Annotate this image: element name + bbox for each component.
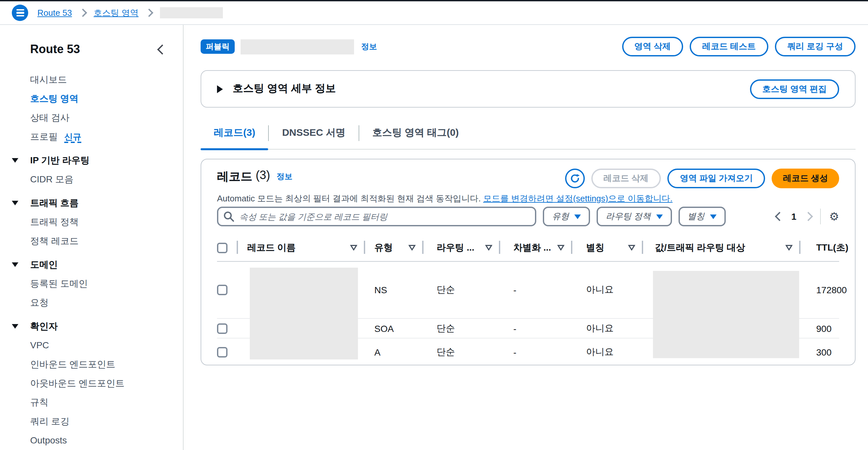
page-number[interactable]: 1 <box>791 211 797 222</box>
sidebar-item-inbound-endpoints[interactable]: 인바운드 엔드포인트 <box>30 358 183 371</box>
sort-icon[interactable] <box>485 245 492 250</box>
sidebar-collapse-icon[interactable] <box>157 44 167 55</box>
breadcrumb-chevron-icon <box>145 8 153 17</box>
sidebar-section-label: IP 기반 라우팅 <box>30 153 90 167</box>
row-checkbox[interactable] <box>217 284 227 295</box>
select-all-checkbox[interactable] <box>217 242 227 253</box>
import-zone-file-button[interactable]: 영역 파일 가져오기 <box>668 169 765 188</box>
sidebar-section-traffic-flow[interactable]: 트래픽 흐름 <box>10 196 183 209</box>
column-label: TTL(초) <box>816 242 848 253</box>
change-mode-settings-link[interactable]: 모드를 변경하려면 설정(settings)으로 이동합니다. <box>483 193 673 203</box>
cell-type: NS <box>365 284 424 295</box>
column-header-type[interactable]: 유형 <box>365 234 424 261</box>
sort-icon[interactable] <box>408 245 416 250</box>
column-header-differentiator[interactable]: 차별화 ... <box>500 234 572 261</box>
create-record-button[interactable]: 레코드 생성 <box>772 169 839 188</box>
sidebar-item-vpc[interactable]: VPC <box>30 338 183 352</box>
routing-policy-filter-dropdown[interactable]: 라우팅 정책 <box>597 207 672 226</box>
records-card: 레코드 (3) 정보 레코드 삭제 영역 파일 가져오기 레코드 생성 <box>200 159 856 365</box>
cell-differentiator: - <box>500 347 572 358</box>
sidebar-item-rules[interactable]: 규칙 <box>30 395 183 409</box>
select-all-checkbox-cell <box>217 234 238 261</box>
edit-hosted-zone-button[interactable]: 호스팅 영역 편집 <box>750 79 839 99</box>
sidebar-section-resolver[interactable]: 확인자 <box>10 320 183 333</box>
column-header-record-name[interactable]: 레코드 이름 <box>238 234 365 261</box>
column-label: 값/트래픽 라우팅 대상 <box>655 242 745 253</box>
breadcrumb-chevron-icon <box>79 8 87 17</box>
sort-icon[interactable] <box>350 245 357 250</box>
sidebar-section-label: 확인자 <box>30 320 58 333</box>
sidebar-item-policy-records[interactable]: 정책 레코드 <box>30 234 183 247</box>
breadcrumb-hosted-zones[interactable]: 호스팅 영역 <box>94 7 138 19</box>
tab-dnssec-signing[interactable]: DNSSEC 서명 <box>269 117 359 149</box>
column-label: 차별화 ... <box>513 242 551 253</box>
cell-routing: 단순 <box>424 284 500 296</box>
records-card-header: 레코드 (3) 정보 레코드 삭제 영역 파일 가져오기 레코드 생성 <box>217 169 839 188</box>
toolbar-divider <box>820 209 821 224</box>
breadcrumb: Route 53 호스팅 영역 <box>37 7 223 19</box>
cell-alias: 아니요 <box>572 347 643 358</box>
tab-hosted-zone-tags[interactable]: 호스팅 영역 태그(0) <box>359 117 472 149</box>
records-table-header: 레코드 이름 유형 라우팅 ... 차별화 ... 별칭 <box>217 234 839 262</box>
expand-caret-icon[interactable] <box>217 85 223 93</box>
alias-filter-dropdown[interactable]: 별칭 <box>678 207 725 226</box>
caret-down-icon <box>656 214 662 219</box>
sidebar-item-label: 프로필 <box>30 131 58 142</box>
cell-routing: 단순 <box>424 322 500 334</box>
record-values-redacted <box>653 271 799 358</box>
sidebar-item-traffic-policies[interactable]: 트래픽 정책 <box>30 215 183 228</box>
info-link[interactable]: 정보 <box>277 171 292 182</box>
previous-page-icon[interactable] <box>775 212 784 221</box>
sidebar-item-query-logging[interactable]: 쿼리 로깅 <box>30 415 183 428</box>
row-checkbox[interactable] <box>217 323 227 334</box>
cell-differentiator: - <box>500 323 572 334</box>
description-text: Automatic 모드는 최상의 필터 결과에 최적화된 현재 검색 동작입니… <box>217 193 481 203</box>
test-record-button[interactable]: 레코드 테스트 <box>690 37 768 56</box>
caret-down-icon <box>10 201 20 205</box>
tab-records[interactable]: 레코드(3) <box>200 117 269 149</box>
routing-policy-filter-label: 라우팅 정책 <box>606 211 651 222</box>
column-header-alias[interactable]: 별칭 <box>572 234 643 261</box>
delete-zone-button[interactable]: 영역 삭제 <box>622 37 683 56</box>
record-filter-input[interactable] <box>217 207 536 226</box>
sidebar-item-outposts[interactable]: Outposts <box>30 433 183 447</box>
sidebar-title: Route 53 <box>30 42 80 56</box>
row-checkbox[interactable] <box>217 347 227 358</box>
sort-icon[interactable] <box>628 245 635 250</box>
column-header-value[interactable]: 값/트래픽 라우팅 대상 <box>643 234 801 261</box>
new-badge-link[interactable]: 신규 <box>64 132 81 143</box>
type-filter-label: 유형 <box>552 211 569 222</box>
sidebar-item-hosted-zones[interactable]: 호스팅 영역 <box>30 92 183 105</box>
page-header: 퍼블릭 정보 영역 삭제 레코드 테스트 쿼리 로깅 구성 <box>200 35 856 58</box>
column-header-ttl[interactable]: TTL(초) <box>801 234 848 261</box>
records-description: Automatic 모드는 최상의 필터 결과에 최적화된 현재 검색 동작입니… <box>217 193 673 205</box>
sidebar-item-cidr-collections[interactable]: CIDR 모음 <box>30 173 183 186</box>
sidebar-item-dashboard[interactable]: 대시보드 <box>30 73 183 86</box>
sidebar-section-domains[interactable]: 도메인 <box>10 258 183 271</box>
sidebar-item-registered-domains[interactable]: 등록된 도메인 <box>30 277 183 290</box>
breadcrumb-bar: Route 53 호스팅 영역 <box>0 1 868 25</box>
cell-ttl: 900 <box>801 323 839 334</box>
breadcrumb-route53[interactable]: Route 53 <box>37 8 72 18</box>
cell-ttl: 172800 <box>801 284 847 295</box>
caret-down-icon <box>10 158 20 162</box>
type-filter-dropdown[interactable]: 유형 <box>543 207 590 226</box>
info-link[interactable]: 정보 <box>361 41 377 52</box>
sort-icon[interactable] <box>557 245 564 250</box>
sidebar-item-profiles[interactable]: 프로필신규 <box>30 130 183 143</box>
next-page-icon[interactable] <box>803 212 813 221</box>
column-header-routing-policy[interactable]: 라우팅 ... <box>424 234 500 261</box>
refresh-button[interactable] <box>565 169 585 188</box>
sidebar-section-ip-based-routing[interactable]: IP 기반 라우팅 <box>10 153 183 167</box>
delete-record-button[interactable]: 레코드 삭제 <box>591 169 661 188</box>
sidebar-item-health-checks[interactable]: 상태 검사 <box>30 111 183 124</box>
sidebar-item-requests[interactable]: 요청 <box>30 296 183 309</box>
settings-gear-icon[interactable]: ⚙ <box>829 211 839 222</box>
sidebar-section-label: 도메인 <box>30 258 58 271</box>
sidebar: Route 53 대시보드 호스팅 영역 상태 검사 프로필신규 IP 기반 라… <box>0 25 184 450</box>
configure-query-logging-button[interactable]: 쿼리 로깅 구성 <box>775 37 856 56</box>
sidebar-item-outbound-endpoints[interactable]: 아웃바운드 엔드포인트 <box>30 377 183 390</box>
menu-icon[interactable] <box>12 5 28 21</box>
sort-icon[interactable] <box>785 245 793 250</box>
alias-filter-label: 별칭 <box>687 211 705 222</box>
